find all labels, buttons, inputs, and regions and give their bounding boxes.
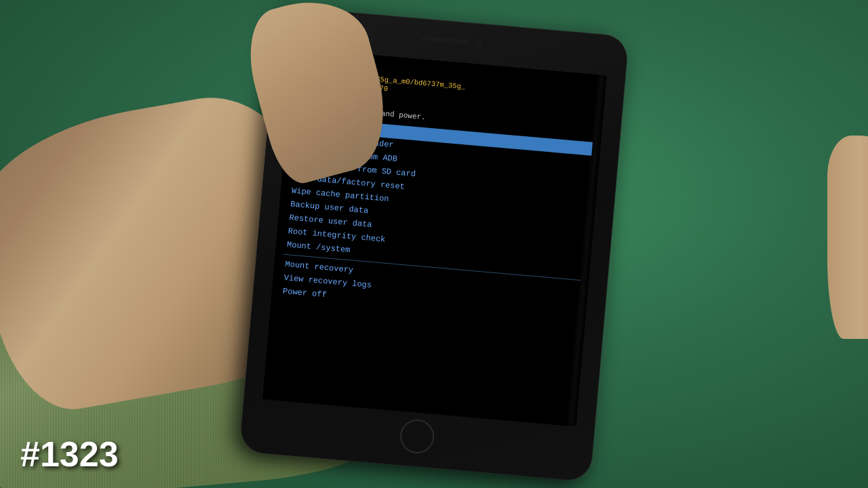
fingers-right — [827, 136, 868, 339]
phone-top-bar — [404, 30, 500, 51]
phone-camera — [477, 40, 483, 46]
video-number: #1323 — [20, 434, 119, 474]
phone-home-button[interactable] — [399, 418, 435, 455]
phone-speaker — [421, 36, 469, 44]
